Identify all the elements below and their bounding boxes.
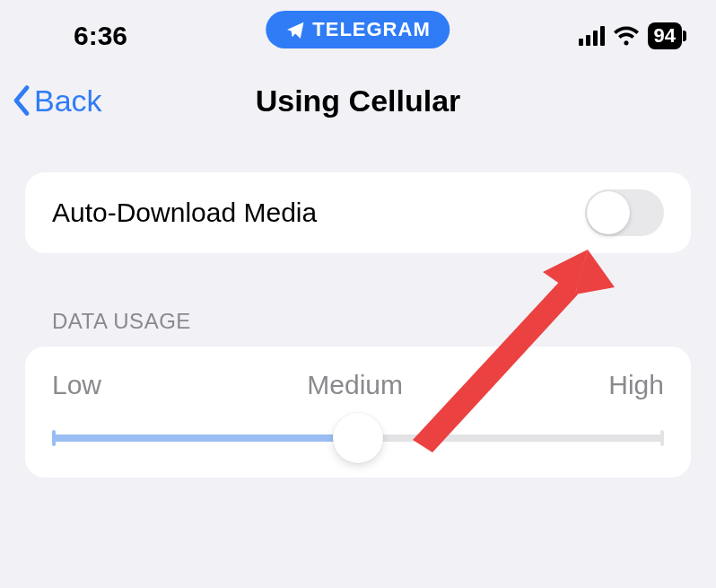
slider-labels: Low Medium High xyxy=(52,370,664,400)
svg-marker-1 xyxy=(543,250,588,294)
status-bar: 6:36 TELEGRAM 94 xyxy=(0,0,716,65)
auto-download-toggle[interactable] xyxy=(585,189,664,236)
slider-thumb[interactable] xyxy=(333,413,383,463)
status-time: 6:36 xyxy=(74,21,127,51)
nav-header: Back Using Cellular xyxy=(0,65,716,136)
slider-tick-high xyxy=(660,430,664,446)
status-right: 94 xyxy=(579,22,682,49)
data-usage-card: Low Medium High xyxy=(25,347,691,478)
data-usage-header: DATA USAGE xyxy=(25,309,691,347)
data-usage-slider[interactable] xyxy=(52,434,664,442)
data-usage-section: DATA USAGE Low Medium High xyxy=(0,309,716,478)
chevron-left-icon xyxy=(11,84,32,117)
telegram-pill[interactable]: TELEGRAM xyxy=(266,11,450,48)
page-title: Using Cellular xyxy=(256,83,461,118)
wifi-icon xyxy=(614,26,639,46)
paper-plane-icon xyxy=(285,20,305,39)
slider-label-high: High xyxy=(608,370,664,400)
auto-download-label: Auto-Download Media xyxy=(52,197,317,228)
media-card: Auto-Download Media xyxy=(25,172,691,253)
cellular-signal-icon xyxy=(579,26,605,46)
slider-fill xyxy=(52,434,358,442)
svg-marker-0 xyxy=(575,250,615,294)
back-button[interactable]: Back xyxy=(0,83,102,118)
toggle-knob xyxy=(587,191,630,234)
slider-label-low: Low xyxy=(52,370,101,400)
pill-label: TELEGRAM xyxy=(312,18,430,41)
battery-badge: 94 xyxy=(648,22,682,49)
media-section: Auto-Download Media xyxy=(25,172,691,253)
slider-label-medium: Medium xyxy=(307,370,403,400)
auto-download-row: Auto-Download Media xyxy=(52,172,664,253)
back-label: Back xyxy=(34,83,102,118)
